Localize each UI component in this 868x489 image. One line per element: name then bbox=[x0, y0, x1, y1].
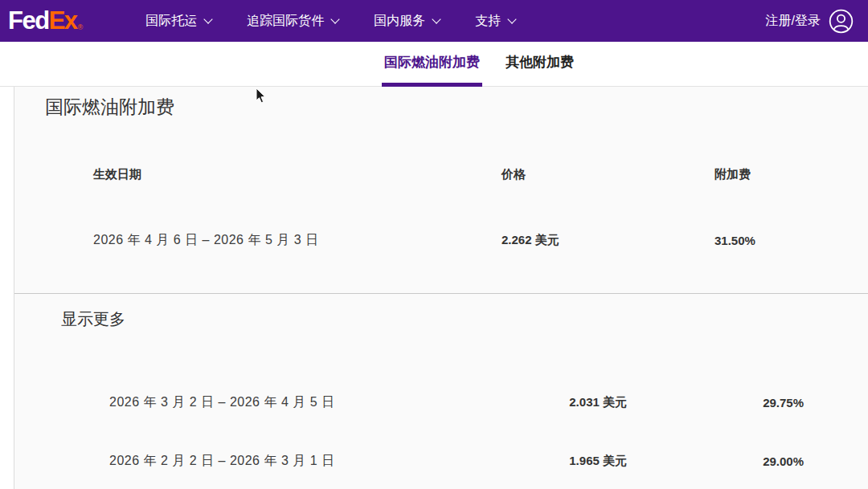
table-row-history: 2026 年 3 月 2 日 – 2026 年 4 月 5 日 2.031 美元… bbox=[14, 394, 868, 411]
surcharge-value: 29.75% bbox=[627, 396, 804, 410]
tab-other-surcharges[interactable]: 其他附加费 bbox=[503, 42, 576, 87]
column-header-price: 价格 bbox=[502, 167, 714, 182]
register-login-link[interactable]: 注册/登录 bbox=[766, 13, 821, 30]
top-navbar: Fed Ex ® 国际托运 追踪国际货件 国内服务 支持 注册/登录 bbox=[0, 0, 868, 42]
surcharge-subnav: 国际燃油附加费 其他附加费 bbox=[0, 42, 868, 87]
tab-international-fuel-surcharge[interactable]: 国际燃油附加费 bbox=[382, 42, 482, 87]
surcharge-value: 31.50% bbox=[714, 234, 868, 247]
show-more-toggle[interactable]: 显示更多 bbox=[61, 308, 125, 330]
price-value: 2.031 美元 bbox=[450, 395, 627, 410]
nav-item-domestic-services[interactable]: 国内服务 bbox=[374, 13, 440, 30]
section-divider bbox=[14, 293, 868, 294]
chevron-down-icon bbox=[204, 14, 213, 23]
logo-registered-mark: ® bbox=[78, 23, 84, 31]
table-row-history: 2026 年 2 月 2 日 – 2026 年 3 月 1 日 1.965 美元… bbox=[14, 453, 868, 470]
chevron-down-icon bbox=[432, 14, 441, 23]
nav-right: 注册/登录 bbox=[766, 9, 854, 34]
main-nav: 国际托运 追踪国际货件 国内服务 支持 bbox=[145, 13, 515, 30]
effective-date-value: 2026 年 2 月 2 日 – 2026 年 3 月 1 日 bbox=[109, 453, 450, 470]
effective-date-value: 2026 年 3 月 2 日 – 2026 年 4 月 5 日 bbox=[109, 394, 450, 411]
logo-ex: Ex bbox=[49, 7, 77, 35]
page-title: 国际燃油附加费 bbox=[45, 93, 868, 120]
surcharge-value: 29.00% bbox=[627, 454, 804, 468]
nav-item-label: 支持 bbox=[475, 13, 501, 30]
chevron-down-icon bbox=[508, 14, 517, 23]
logo-fed: Fed bbox=[8, 7, 49, 35]
price-value: 1.965 美元 bbox=[450, 454, 627, 469]
nav-item-label: 国内服务 bbox=[374, 13, 425, 30]
fedex-surcharge-page: Fed Ex ® 国际托运 追踪国际货件 国内服务 支持 注册/登录 bbox=[0, 0, 868, 489]
nav-item-support[interactable]: 支持 bbox=[475, 13, 515, 30]
fedex-logo[interactable]: Fed Ex ® bbox=[8, 7, 83, 35]
content-panel: 国际燃油附加费 生效日期 价格 附加费 2026 年 4 月 6 日 – 202… bbox=[14, 87, 868, 489]
subnav-tabs: 国际燃油附加费 其他附加费 bbox=[382, 42, 576, 86]
tab-label: 国际燃油附加费 bbox=[384, 53, 480, 71]
nav-item-label: 追踪国际货件 bbox=[247, 13, 324, 30]
effective-date-value: 2026 年 4 月 6 日 – 2026 年 5 月 3 日 bbox=[93, 232, 502, 249]
nav-item-international-shipping[interactable]: 国际托运 bbox=[145, 13, 211, 30]
tab-label: 其他附加费 bbox=[506, 53, 574, 71]
table-row-current: 2026 年 4 月 6 日 – 2026 年 5 月 3 日 2.262 美元… bbox=[14, 232, 868, 249]
price-value: 2.262 美元 bbox=[502, 233, 714, 248]
chevron-down-icon bbox=[331, 14, 340, 23]
rate-table-header-row: 生效日期 价格 附加费 bbox=[14, 167, 868, 182]
nav-item-track-international-shipment[interactable]: 追踪国际货件 bbox=[247, 13, 338, 30]
account-icon[interactable] bbox=[829, 9, 854, 34]
column-header-effective-date: 生效日期 bbox=[93, 167, 502, 182]
column-header-surcharge: 附加费 bbox=[714, 167, 868, 182]
nav-item-label: 国际托运 bbox=[145, 13, 197, 30]
